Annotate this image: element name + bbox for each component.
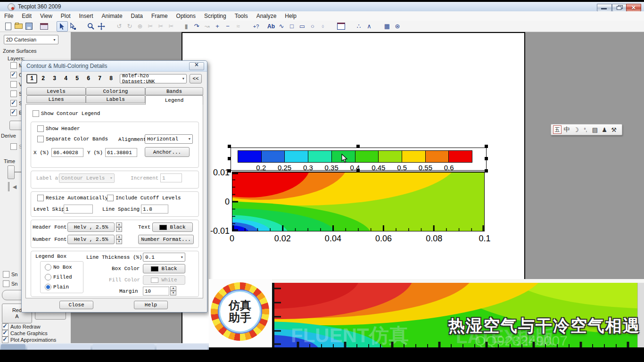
menu-data[interactable]: Data [127,12,147,20]
menu-scripting[interactable]: Scripting [200,12,231,20]
include-cutoff-levels-checkbox[interactable] [107,195,114,201]
menu-plot[interactable]: Plot [57,12,75,20]
contour-group-2[interactable]: 2 [38,74,49,83]
spin-up-icon[interactable] [116,222,122,227]
curve-draw-icon[interactable]: ↷ [191,22,202,31]
skip-to-start-button[interactable]: ◀ [8,182,20,191]
tab-coloring[interactable]: Coloring [86,87,145,95]
start-orb[interactable] [1,344,25,350]
halfwidth-toggle-icon[interactable]: ☽ [572,125,580,134]
contour-group-3[interactable]: 3 [49,74,60,83]
wubi-indicator-icon[interactable]: 五 [553,125,561,134]
square-tool-icon[interactable]: □ [287,22,297,31]
adjust-tool-icon[interactable] [68,22,78,31]
contour-plot[interactable] [232,172,485,231]
time-slider-handle[interactable] [8,165,15,179]
y-percent-input[interactable]: 61.38801 [105,148,137,157]
no-box-radio[interactable] [45,264,51,271]
dialog-close-button[interactable] [189,62,204,70]
filled-radio[interactable] [45,274,51,280]
spin-down-icon[interactable] [116,227,122,232]
number-font-button[interactable]: Helv , 2.5% [67,235,115,244]
menu-file[interactable]: File [0,12,17,20]
close-button[interactable] [626,4,641,12]
dialog-titlebar[interactable]: Contour & Multi-Coloring Details [22,61,207,72]
selection-handle-se[interactable] [485,169,488,173]
number-font-spinner[interactable] [116,235,122,244]
tab-bands[interactable]: Bands [145,87,203,95]
zoom-tool-icon[interactable] [86,22,96,31]
layer-mesh-checkbox[interactable] [10,62,17,69]
line-spacing-input[interactable]: 1.8 [141,205,168,214]
contour-group-5[interactable]: 5 [72,74,83,83]
open-file-icon[interactable] [13,22,24,31]
contour-group-6[interactable]: 6 [83,74,94,83]
alignment-dropdown[interactable]: Horizontal [145,134,193,144]
level-skip-input[interactable]: 1 [64,205,93,214]
tab-labels[interactable]: Labels [86,95,145,103]
dialog-close-action-button[interactable]: Close [59,301,93,309]
contour-group-7[interactable]: 7 [94,74,105,83]
x-percent-input[interactable]: 86.40028 [51,148,83,157]
menu-frame[interactable]: Frame [147,12,172,20]
menu-options[interactable]: Options [172,12,200,20]
menu-edit[interactable]: Edit [17,12,36,20]
margin-input[interactable]: 10 [143,287,169,296]
collapse-dialog-button[interactable]: << [190,74,202,83]
layer-scatter-checkbox[interactable] [10,90,17,97]
translate-tool-icon[interactable] [96,22,107,31]
box-color-button[interactable]: Black [143,264,185,273]
layer-shade-checkbox[interactable] [10,100,17,107]
menu-tools[interactable]: Tools [231,12,252,20]
contour-group-1[interactable]: 1 [26,74,37,83]
plot-approximations-checkbox[interactable] [2,337,8,343]
ellipse-tool-icon[interactable]: ○ [318,22,328,31]
tab-legend[interactable]: Legend [145,95,203,105]
layer-edge-checkbox[interactable] [10,109,17,116]
contour-group-8[interactable]: 8 [106,74,116,83]
punctuation-toggle-icon[interactable]: °, [581,125,590,134]
language-mode-icon[interactable]: 中 [562,125,571,134]
save-icon[interactable] [24,22,34,31]
circle-tool-icon[interactable]: ○ [307,22,318,31]
plain-radio[interactable] [45,284,51,290]
header-font-spinner[interactable] [116,222,122,232]
resize-automatically-checkbox[interactable] [37,195,44,201]
selection-handle-w[interactable] [228,157,231,160]
number-format-button[interactable]: Number Format... [138,235,194,244]
layer-contour-checkbox[interactable] [10,72,17,78]
selection-handle-ne[interactable] [485,145,488,148]
grid-tool-icon[interactable]: ▦ [382,22,392,31]
selection-handle-nw[interactable] [228,145,231,148]
menu-analyze[interactable]: Analyze [252,12,281,20]
spin-down-icon[interactable] [170,291,176,296]
print-icon[interactable] [39,22,49,31]
show-header-checkbox[interactable] [37,125,44,132]
snap-to-paper-checkbox[interactable] [3,280,9,287]
derived-object-checkbox[interactable] [10,143,17,150]
text-tool-icon[interactable]: Ab [266,22,276,31]
spin-down-icon[interactable] [116,239,122,244]
margin-spinner[interactable] [170,286,176,296]
taskbar-button[interactable] [157,344,207,350]
select-tool-icon[interactable] [57,21,68,32]
tab-lines[interactable]: Lines [26,95,86,103]
tool-menu-icon[interactable]: ⚒ [610,125,618,134]
restore-button[interactable] [612,4,627,12]
probe-icon[interactable]: +? [251,22,261,31]
menu-help[interactable]: Help [281,12,301,20]
selection-handle-e[interactable] [485,157,488,160]
frame-tool-icon[interactable] [336,22,346,31]
scatter-tool-icon[interactable]: ∴ [354,22,364,31]
layer-vector-checkbox[interactable] [10,81,17,88]
rectangle-tool-icon[interactable]: ▭ [297,22,307,31]
legend-color-bands[interactable] [238,150,472,163]
selection-handle-n[interactable] [356,145,360,148]
tab-levels[interactable]: Levels [26,87,86,95]
separate-color-bands-checkbox[interactable] [37,136,44,142]
dialog-help-button[interactable]: Help [134,301,168,309]
new-file-icon[interactable] [3,22,13,31]
user-mode-icon[interactable]: ♟ [600,125,609,134]
remove-point-icon[interactable]: − [223,22,233,31]
snap-to-grid-checkbox[interactable] [3,271,9,278]
